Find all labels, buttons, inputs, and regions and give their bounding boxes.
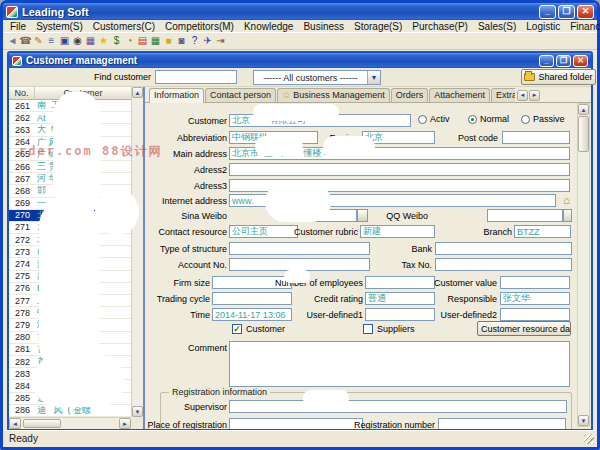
resize-grip[interactable] [584, 434, 594, 444]
menu-item-file[interactable]: File [8, 21, 28, 32]
home-icon[interactable]: ⌂ [559, 194, 574, 207]
registration-number-input[interactable] [438, 418, 566, 429]
customer-checkbox[interactable]: ✓Customer [232, 324, 285, 334]
tab-scroll-arrows: ◄ ► [517, 90, 540, 101]
suppliers-checkbox[interactable]: ✓Suppliers [363, 324, 415, 334]
customer-rubric-input[interactable] [360, 225, 435, 238]
menu-item-storage-s[interactable]: Storage(S) [352, 21, 404, 32]
customer-filter-select[interactable]: ------ All customers ------ ▼ [253, 70, 381, 85]
speaker-icon: ◄ [8, 36, 18, 46]
bank-label: Bank [352, 244, 432, 254]
customer-resource-database-button[interactable]: Customer resource databa [477, 321, 571, 336]
star-icon-button[interactable]: ★ [97, 34, 110, 49]
menu-item-finance-f[interactable]: Finance(F) [568, 21, 600, 32]
scroll-up-icon[interactable]: ▲ [132, 87, 143, 98]
speaker-icon-button[interactable]: ◄ [6, 34, 19, 49]
tab-attachement[interactable]: Attachement [429, 88, 490, 103]
menu-item-system-s[interactable]: System(S) [34, 21, 85, 32]
hscroll-track[interactable] [21, 418, 119, 429]
tab-information[interactable]: Information [149, 88, 204, 103]
row-no: 283 [9, 369, 35, 379]
smiley-icon: ☺ [282, 90, 291, 100]
maximize-button[interactable]: ❐ [558, 5, 575, 19]
qq-weibo-input[interactable] [487, 209, 563, 222]
money-icon-button[interactable]: $ [110, 34, 123, 49]
find-icon-button[interactable]: ◉ [71, 34, 84, 49]
inner-maximize-button[interactable]: ❐ [556, 55, 571, 67]
menu-item-purchase-p[interactable]: Purchase(P) [410, 21, 470, 32]
branch-input[interactable] [514, 225, 571, 238]
radio-passive[interactable]: Passive [521, 114, 565, 124]
radio-normal[interactable]: Normal [468, 114, 509, 124]
inner-minimize-button[interactable]: _ [539, 55, 554, 67]
type-of-structure-input[interactable] [229, 242, 370, 255]
save-icon-button[interactable]: ▣ [58, 34, 71, 49]
checkbox-unchecked-icon: ✓ [363, 324, 373, 334]
adress2-input[interactable] [229, 163, 570, 176]
tab-scroll-right-icon[interactable]: ► [529, 90, 540, 101]
find-customer-input[interactable] [155, 70, 237, 84]
help-icon: ? [192, 36, 198, 46]
list-icon-button[interactable]: ≡ [45, 34, 58, 49]
menu-item-customers-c[interactable]: Customers(C) [91, 21, 157, 32]
user-defined2-input[interactable] [500, 308, 570, 321]
tab-orders[interactable]: Orders [391, 88, 429, 103]
tab-scroll-left-icon[interactable]: ◄ [517, 90, 528, 101]
menu-item-knowledge[interactable]: Knowledge [242, 21, 295, 32]
shared-folder-button[interactable]: Shared folder [521, 69, 596, 85]
tax-no-input[interactable] [435, 258, 572, 271]
row-no: 267 [9, 174, 35, 184]
tab-extra-field[interactable]: Extra field [491, 88, 515, 103]
inner-close-button[interactable]: ✕ [573, 55, 588, 67]
form-scroll-thumb[interactable] [578, 116, 589, 152]
row-no: 277 [9, 296, 35, 306]
bank-input[interactable] [435, 242, 572, 255]
help-icon-button[interactable]: ? [188, 34, 201, 49]
new-note-icon-button[interactable]: ✎ [32, 34, 45, 49]
camera-icon-button[interactable]: ◙ [175, 34, 188, 49]
chevron-down-icon[interactable]: ▼ [367, 71, 380, 84]
comment-textarea[interactable] [229, 341, 570, 387]
tab-contact-person[interactable]: Contact person [205, 88, 276, 103]
pie-chart-icon-button[interactable]: ◔ [123, 34, 136, 49]
list-horizontal-scrollbar[interactable]: ◄ ► [9, 417, 131, 429]
close-button[interactable]: ✕ [577, 5, 594, 19]
post-code-input[interactable] [502, 131, 570, 144]
scroll-left-icon[interactable]: ◄ [9, 418, 21, 429]
phone-icon-button[interactable]: ☎ [19, 34, 32, 49]
qq-weibo-browse-button[interactable] [563, 209, 572, 222]
responsible-input[interactable] [500, 292, 570, 305]
menu-item-competitors-m[interactable]: Competitors(M) [163, 21, 236, 32]
exit-icon-button[interactable]: ⇥ [214, 34, 227, 49]
adress2-label: Adress2 [147, 165, 227, 175]
folder-icon-button[interactable]: ■ [162, 34, 175, 49]
calendar-icon-button[interactable]: ▦ [84, 34, 97, 49]
column-no[interactable]: No. [9, 87, 35, 99]
plane-icon-button[interactable]: ✈ [201, 34, 214, 49]
exit-icon: ⇥ [216, 36, 224, 46]
tab-business-management[interactable]: ☺Business Management [277, 88, 390, 103]
time-input[interactable] [212, 308, 292, 321]
minimize-button[interactable]: _ [539, 5, 556, 19]
customer-value-input[interactable] [500, 276, 570, 289]
menu-item-sales-s[interactable]: Sales(S) [476, 21, 518, 32]
radio-icon [521, 115, 530, 124]
form-scroll-down-icon[interactable]: ▼ [578, 415, 589, 426]
menu-item-logistic[interactable]: Logistic [524, 21, 562, 32]
adress3-label: Adress3 [147, 181, 227, 191]
form-scroll-up-icon[interactable]: ▲ [578, 104, 589, 115]
new-note-icon: ✎ [34, 36, 42, 46]
list-vertical-scrollbar[interactable]: ▲ ▼ [131, 87, 143, 417]
form-vertical-scrollbar[interactable]: ▲ ▼ [577, 103, 590, 427]
row-no: 274 [9, 259, 35, 269]
scroll-right-icon[interactable]: ► [119, 418, 131, 429]
hscroll-thumb[interactable] [23, 419, 61, 428]
supervisor-input[interactable] [229, 400, 567, 413]
scroll-down-icon[interactable]: ▼ [132, 406, 143, 417]
menu-item-business[interactable]: Business [301, 21, 346, 32]
radio-activ[interactable]: Activ [418, 114, 450, 124]
table-icon-button[interactable]: ▦ [149, 34, 162, 49]
radio-passive-label: Passive [533, 114, 565, 124]
report-icon-button[interactable]: ▤ [136, 34, 149, 49]
trading-cycle-input[interactable] [212, 292, 292, 305]
